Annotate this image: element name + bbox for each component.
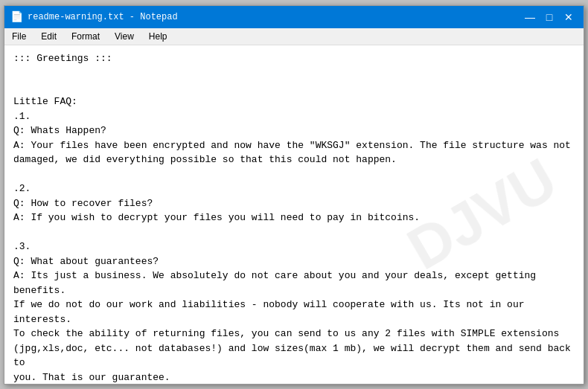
maximize-button[interactable]: □ bbox=[540, 10, 558, 25]
title-bar: 📄 readme-warning.txt - Notepad — □ ✕ bbox=[4, 6, 584, 28]
notepad-window: 📄 readme-warning.txt - Notepad — □ ✕ Fil… bbox=[4, 5, 584, 385]
menu-format[interactable]: Format bbox=[67, 30, 104, 43]
close-button[interactable]: ✕ bbox=[560, 10, 578, 25]
app-icon: 📄 bbox=[10, 10, 23, 23]
title-bar-left: 📄 readme-warning.txt - Notepad bbox=[10, 10, 178, 23]
menu-view[interactable]: View bbox=[110, 30, 138, 43]
menu-bar: File Edit Format View Help bbox=[4, 28, 584, 45]
minimize-button[interactable]: — bbox=[521, 10, 539, 25]
menu-edit[interactable]: Edit bbox=[36, 30, 61, 43]
title-bar-controls: — □ ✕ bbox=[521, 10, 578, 25]
menu-file[interactable]: File bbox=[7, 30, 31, 43]
content-area: ::: Greetings ::: Little FAQ: .1. Q: Wha… bbox=[4, 45, 584, 384]
window-title: readme-warning.txt - Notepad bbox=[28, 12, 178, 22]
menu-help[interactable]: Help bbox=[144, 30, 172, 43]
text-editor[interactable]: ::: Greetings ::: Little FAQ: .1. Q: Wha… bbox=[4, 45, 584, 384]
